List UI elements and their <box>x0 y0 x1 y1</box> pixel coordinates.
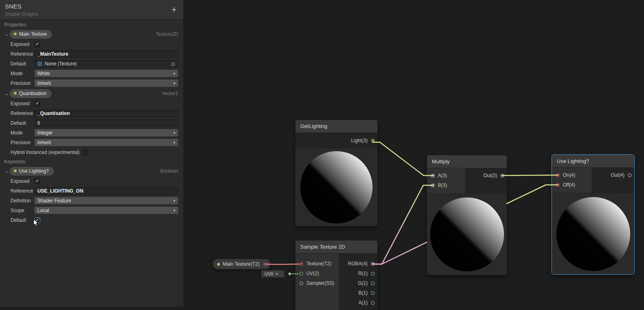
exposed-dot-icon <box>14 33 17 35</box>
keyword-pill-label: Use Lighting? <box>19 168 49 174</box>
port-row: UV(2) <box>295 269 339 278</box>
exposed-checkbox[interactable]: ✓ <box>34 101 40 106</box>
node-main-texture-property[interactable]: Main Texture(T2) <box>213 259 271 269</box>
property-pill-label: Quantisation <box>19 91 46 96</box>
mode-row: Mode White ▾ <box>11 69 178 78</box>
caret-down-icon: ▾ <box>173 141 175 145</box>
mode-dropdown[interactable]: Integer ▾ <box>34 129 178 137</box>
input-ports: On(4) Off(4) <box>552 168 592 193</box>
node-sample-texture-2d[interactable]: Sample Texture 2D Texture(T2) UV(2) Samp… <box>295 241 377 310</box>
graph-subtitle: Shader Graphs <box>5 11 179 17</box>
check-icon: ✓ <box>35 217 39 223</box>
check-icon: ✓ <box>35 100 39 106</box>
property-row-quantisation: ⌄ Quantisation Vector1 <box>0 88 183 99</box>
object-picker-icon[interactable]: ⊙ <box>171 61 175 67</box>
caret-down-icon: ▾ <box>173 199 175 203</box>
blackboard-body: Properties ⌄ Main Texture Texture2D Expo… <box>0 20 183 225</box>
keyword-default-row: Default ✓ <box>11 215 178 225</box>
caret-down-icon: ▾ <box>173 131 175 135</box>
graph-title: SNES <box>5 2 179 10</box>
node-preview <box>295 148 377 226</box>
definition-dropdown[interactable]: Shader Feature ▾ <box>34 197 178 204</box>
port-out4-output[interactable] <box>628 173 631 177</box>
hybrid-instanced-checkbox[interactable] <box>83 150 88 155</box>
blackboard-panel: SNES Shader Graphs + Properties ⌄ Main T… <box>0 0 184 307</box>
chevron-down-icon[interactable]: ⌄ <box>3 91 10 96</box>
keyword-pill-use-lighting[interactable]: Use Lighting? <box>10 167 54 176</box>
port-g1-output[interactable] <box>371 282 375 285</box>
mode-dropdown[interactable]: White ▾ <box>34 70 178 77</box>
caret-down-icon: ▾ <box>173 81 175 85</box>
port-row: B(1) <box>339 288 377 298</box>
keyword-type-label: Boolean <box>160 168 178 174</box>
port-r1-output[interactable] <box>371 272 375 275</box>
uv-default-dot-icon <box>289 273 291 275</box>
exposed-dot-icon <box>14 169 17 172</box>
default-row: Default 6 <box>11 118 178 128</box>
edge-rgba-to-b[interactable] <box>373 185 433 264</box>
output-ports: Out(4) <box>592 168 634 193</box>
property-pill-quantisation[interactable]: Quantisation <box>10 89 52 98</box>
reference-field[interactable]: USE_LIGHTING_ON <box>34 187 178 195</box>
default-row: Default None (Texture) ⊙ <box>11 59 178 69</box>
port-row: Out(3) <box>465 171 507 180</box>
properties-section-label: Properties <box>4 21 183 29</box>
exposed-checkbox[interactable]: ✓ <box>34 41 40 47</box>
property-pill-main-texture[interactable]: Main Texture <box>10 30 52 39</box>
node-preview <box>427 193 507 275</box>
chevron-down-icon[interactable]: ⌄ <box>3 168 10 174</box>
preview-sphere <box>300 151 373 223</box>
port-row: Texture(T2) <box>295 259 339 269</box>
scope-dropdown[interactable]: Local ▾ <box>34 207 178 214</box>
port-b1-output[interactable] <box>371 291 375 295</box>
edge-rgba-to-off[interactable] <box>507 185 558 204</box>
port-texture-input[interactable] <box>299 262 303 266</box>
port-uv-input[interactable] <box>299 272 303 275</box>
port-a1-output[interactable] <box>371 301 375 305</box>
default-value-field[interactable]: 6 <box>34 119 178 127</box>
exposed-checkbox[interactable]: ✓ <box>34 178 40 184</box>
precision-row: Precision Inherit ▾ <box>11 78 178 88</box>
preview-sphere <box>556 197 630 271</box>
edge-rgba-to-off[interactable] <box>373 242 427 264</box>
edge-light-to-a[interactable] <box>373 142 433 176</box>
reference-field[interactable]: _Quantisation <box>34 110 178 117</box>
precision-dropdown[interactable]: Inherit ▾ <box>34 139 178 146</box>
precision-dropdown[interactable]: Inherit ▾ <box>34 80 178 87</box>
scope-row: Scope Local ▾ <box>11 206 178 215</box>
port-light3-output[interactable] <box>371 139 375 142</box>
node-preview <box>552 193 634 274</box>
texture-object-field[interactable]: None (Texture) ⊙ <box>34 60 178 67</box>
property-row-main-texture: ⌄ Main Texture Texture2D <box>0 29 183 39</box>
texture-thumbnail-icon <box>37 61 42 66</box>
port-row: Sampler(SS) <box>295 278 339 288</box>
property-node-label: Main Texture(T2) <box>223 261 259 267</box>
node-title[interactable]: Use Lighting? <box>552 155 634 168</box>
node-use-lighting[interactable]: Use Lighting? On(4) Off(4) Out(4) <box>552 155 634 274</box>
edge-maintexture-to-texture[interactable] <box>265 264 299 264</box>
reference-row: Reference USE_LIGHTING_ON <box>11 186 178 196</box>
port-row: G(1) <box>339 278 377 288</box>
edge-out-to-on[interactable] <box>502 175 558 176</box>
exposed-row: Exposed ✓ <box>11 39 178 49</box>
node-multiply[interactable]: Multiply A(3) B(3) Out(3) <box>427 155 507 275</box>
keyword-default-checkbox[interactable]: ✓ <box>34 217 40 223</box>
uv-channel-dropdown[interactable]: UV0 ▼ <box>261 270 284 277</box>
keywords-section-label: Keywords <box>4 158 183 166</box>
chevron-down-icon[interactable]: ⌄ <box>3 31 10 37</box>
node-title[interactable]: GetLighting <box>295 120 377 133</box>
hybrid-instanced-row: Hybrid Instanced (experimental) <box>11 147 178 157</box>
node-ports: A(3) B(3) Out(3) <box>427 168 507 193</box>
node-getlighting[interactable]: GetLighting Light(3) <box>295 120 377 226</box>
port-row: RGBA(4) <box>339 259 377 269</box>
add-property-button[interactable]: + <box>170 5 179 15</box>
node-title[interactable]: Sample Texture 2D <box>295 241 377 254</box>
reference-field[interactable]: _MainTexture <box>34 50 178 58</box>
preview-sphere <box>430 197 504 271</box>
node-title[interactable]: Multiply <box>427 155 507 168</box>
definition-row: Definition Shader Feature ▾ <box>11 196 178 206</box>
caret-down-icon: ▾ <box>173 72 175 76</box>
output-ports: Out(3) <box>465 168 507 193</box>
port-sampler-input[interactable] <box>299 282 303 285</box>
check-icon: ✓ <box>35 178 39 184</box>
